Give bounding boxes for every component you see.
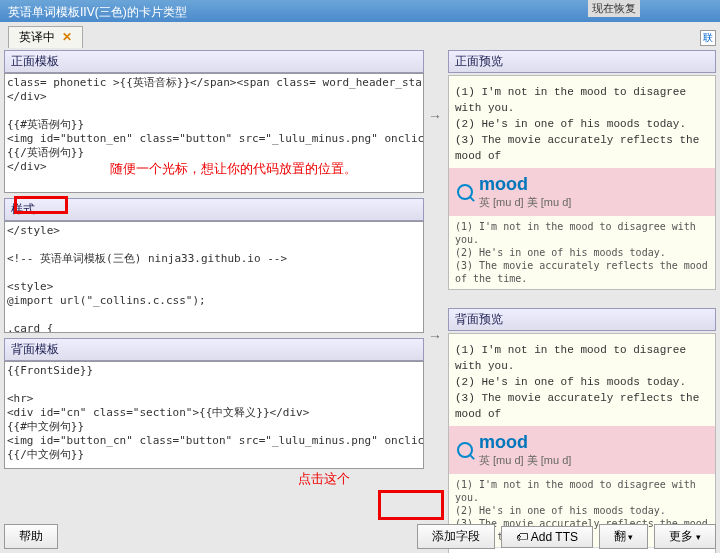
annotation-text-1: 随便一个光标，想让你的代码放置的位置。	[110, 160, 357, 178]
sentence: (1) I'm not in the mood to disagree with…	[455, 342, 709, 374]
left-panel: 正面模板 样式 背面模板	[4, 48, 424, 553]
back-preview-header: 背面预览	[448, 308, 716, 331]
small-sentence: (1) I'm not in the mood to disagree with…	[455, 478, 709, 504]
front-preview: (1) I'm not in the mood to disagree with…	[448, 75, 716, 290]
help-button[interactable]: 帮助	[4, 524, 58, 549]
sentence: (3) The movie accurately reflects the mo…	[455, 390, 709, 422]
front-template-header: 正面模板	[4, 50, 424, 73]
magnifier-icon	[457, 184, 473, 200]
pronunciation: 英 [mu d] 美 [mu d]	[479, 453, 571, 468]
right-panel: → 正面预览 (1) I'm not in the mood to disagr…	[428, 48, 716, 553]
tab-label: 英译中	[19, 30, 55, 44]
front-preview-header: 正面预览	[448, 50, 716, 73]
add-tts-button[interactable]: 🏷 Add TTS	[501, 526, 593, 548]
sentence: (3) The movie accurately reflects the mo…	[455, 132, 709, 164]
restore-link[interactable]: 现在恢复	[588, 0, 640, 17]
add-tts-label: Add TTS	[531, 530, 578, 544]
sentence: (1) I'm not in the mood to disagree with…	[455, 84, 709, 116]
style-editor[interactable]	[4, 221, 424, 333]
tag-icon: 🏷	[516, 530, 528, 544]
annotation-box-2	[378, 490, 444, 520]
sentence: (2) He's in one of his moods today.	[455, 374, 709, 390]
tab-translate[interactable]: 英译中 ✕	[8, 26, 83, 48]
flip-button[interactable]: 翻	[599, 524, 649, 549]
tab-close-icon[interactable]: ✕	[62, 30, 72, 44]
small-sentence: (3) The movie accurately reflects the mo…	[455, 259, 709, 285]
more-button[interactable]: 更多	[654, 524, 716, 549]
add-field-button[interactable]: 添加字段	[417, 524, 495, 549]
pronunciation: 英 [mu d] 美 [mu d]	[479, 195, 571, 210]
small-sentence: (2) He's in one of his moods today.	[455, 246, 709, 259]
arrow-icon: →	[428, 108, 442, 124]
headword: mood	[479, 174, 571, 195]
back-template-editor[interactable]	[4, 361, 424, 469]
sentence: (2) He's in one of his moods today.	[455, 116, 709, 132]
side-icon-0[interactable]: 联	[700, 30, 716, 46]
back-preview: (1) I'm not in the mood to disagree with…	[448, 333, 716, 553]
headword: mood	[479, 432, 571, 453]
bottom-toolbar: 帮助 添加字段 🏷 Add TTS 翻 更多	[4, 524, 716, 549]
magnifier-icon	[457, 442, 473, 458]
back-template-header: 背面模板	[4, 338, 424, 361]
arrow-icon: →	[428, 328, 442, 344]
annotation-text-2: 点击这个	[298, 470, 350, 488]
small-sentence: (2) He's in one of his moods today.	[455, 504, 709, 517]
small-sentence: (1) I'm not in the mood to disagree with…	[455, 220, 709, 246]
annotation-box-1	[14, 196, 68, 214]
